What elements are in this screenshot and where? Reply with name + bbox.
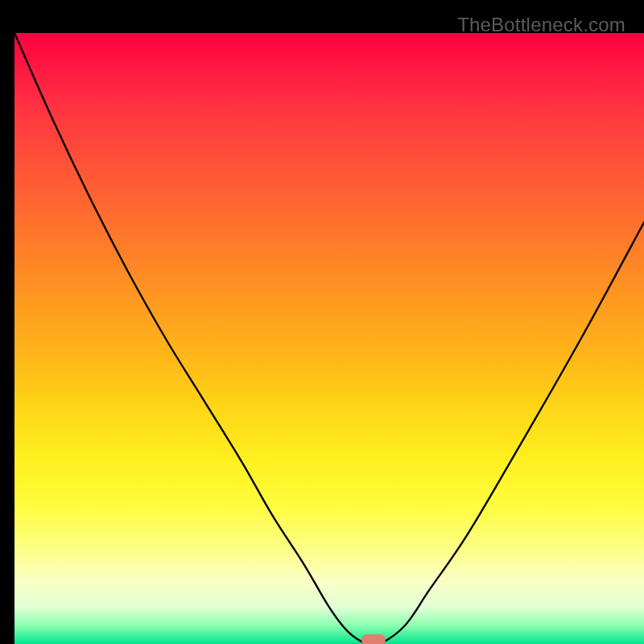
curve-path [14,33,644,644]
watermark-text: TheBottleneck.com [457,14,625,36]
bottleneck-curve [14,33,644,644]
chart-frame: TheBottleneck.com [7,7,637,637]
plot-area [14,33,644,644]
optimal-marker [361,634,386,644]
